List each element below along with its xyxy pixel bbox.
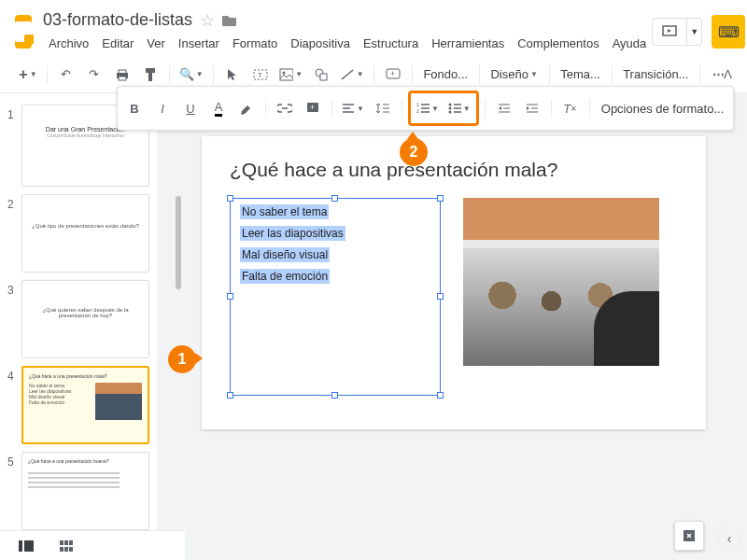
resize-handle[interactable]	[331, 392, 338, 399]
menu-view[interactable]: Ver	[141, 33, 171, 54]
bulleted-list-button[interactable]: ▼	[444, 95, 474, 121]
svg-rect-46	[64, 547, 68, 552]
redo-button[interactable]: ↷	[81, 62, 107, 88]
zoom-button[interactable]: 🔍▼	[176, 62, 207, 88]
svg-rect-44	[69, 540, 73, 545]
undo-button[interactable]: ↶	[53, 62, 79, 88]
numbered-list-button[interactable]: 12▼	[413, 95, 443, 121]
comment-button[interactable]: +	[380, 62, 406, 88]
list-item[interactable]: No saber el tema	[240, 204, 329, 219]
svg-rect-8	[280, 69, 293, 80]
paint-format-button[interactable]	[137, 62, 163, 88]
line-tool[interactable]: ▼	[336, 62, 368, 88]
keyboard-icon[interactable]: ⌨	[712, 15, 745, 49]
svg-point-29	[448, 107, 451, 110]
add-comment-button[interactable]: +	[300, 95, 326, 121]
menu-format[interactable]: Formato	[227, 33, 283, 54]
menu-tools[interactable]: Herramientas	[426, 33, 510, 54]
slide-panel[interactable]: 1 Dar una Gran Presentación CustomGuide …	[0, 93, 185, 560]
slide-thumb-2[interactable]: 2 ¿Qué tipo de presentaciones estás dand…	[0, 190, 157, 276]
background-button[interactable]: Fondo...	[418, 62, 473, 88]
text-content[interactable]: No saber el tema Leer las diapositivas M…	[240, 204, 430, 290]
present-button[interactable]	[652, 18, 687, 46]
print-button[interactable]	[109, 62, 135, 88]
document-title[interactable]: 03-formato-de-listas	[43, 10, 192, 30]
select-tool[interactable]	[219, 62, 246, 88]
list-item[interactable]: Leer las diapositivas	[240, 226, 345, 241]
increase-indent-button[interactable]	[519, 95, 545, 121]
resize-handle[interactable]	[331, 195, 338, 202]
menu-help[interactable]: Ayuda	[607, 33, 653, 54]
svg-rect-42	[60, 540, 63, 545]
svg-text:1: 1	[416, 103, 419, 107]
svg-rect-41	[24, 540, 34, 552]
textbox-tool[interactable]: T	[247, 62, 274, 88]
list-item[interactable]: Mal diseño visual	[240, 247, 330, 262]
link-button[interactable]	[272, 95, 298, 121]
svg-rect-5	[148, 73, 152, 81]
svg-point-30	[448, 111, 451, 114]
thumb-text: ¿Qué tipo de presentaciones estás dando?	[28, 223, 143, 229]
resize-handle[interactable]	[227, 293, 233, 300]
transition-button[interactable]: Transición...	[618, 62, 694, 88]
svg-rect-43	[64, 540, 68, 545]
shape-tool[interactable]	[308, 62, 334, 88]
text-color-button[interactable]: A	[205, 95, 232, 121]
resize-handle[interactable]	[227, 392, 233, 399]
menu-addons[interactable]: Complementos	[512, 33, 604, 54]
resize-handle[interactable]	[437, 195, 444, 202]
resize-handle[interactable]	[437, 293, 444, 300]
thumb-text: ¿Qué quieres saber después de la present…	[28, 307, 143, 318]
doc-title-row: 03-formato-de-listas ☆	[43, 10, 652, 31]
main-area: 1 Dar una Gran Presentación CustomGuide …	[0, 93, 747, 560]
resize-handle[interactable]	[227, 195, 233, 202]
resize-handle[interactable]	[437, 392, 444, 399]
filmstrip-view-icon[interactable]	[19, 540, 34, 552]
format-options-button[interactable]: Opciones de formato...	[596, 95, 730, 121]
explore-button[interactable]	[674, 521, 704, 551]
present-dropdown[interactable]: ▼	[687, 18, 702, 46]
highlight-button[interactable]	[233, 95, 260, 121]
italic-button[interactable]: I	[149, 95, 176, 121]
image-tool[interactable]: ▼	[275, 62, 307, 88]
svg-rect-4	[146, 68, 155, 73]
scroll-left-icon[interactable]: ‹	[717, 526, 741, 551]
list-item[interactable]: Falta de emoción	[240, 269, 330, 284]
line-spacing-button[interactable]	[370, 95, 396, 121]
star-icon[interactable]: ☆	[200, 10, 215, 31]
thumb-image-icon	[95, 383, 142, 420]
menu-slide[interactable]: Diapositiva	[285, 33, 356, 54]
menu-arrange[interactable]: Estructura	[358, 33, 424, 54]
menu-file[interactable]: Archivo	[43, 33, 94, 54]
svg-text:+: +	[310, 103, 315, 112]
slide-title[interactable]: ¿Qué hace a una presentación mala?	[230, 159, 678, 181]
theme-button[interactable]: Tema...	[556, 62, 606, 88]
layout-button[interactable]: Diseño▼	[486, 62, 543, 88]
underline-button[interactable]: U	[177, 95, 204, 121]
menu-insert[interactable]: Insertar	[173, 33, 225, 54]
grid-view-icon[interactable]	[60, 540, 73, 552]
svg-rect-45	[60, 547, 63, 552]
slide-canvas[interactable]: ¿Qué hace a una presentación mala? No sa…	[202, 136, 706, 429]
svg-text:+: +	[390, 69, 395, 78]
new-slide-button[interactable]: +▼	[15, 62, 41, 88]
bold-button[interactable]: B	[121, 95, 148, 121]
app-logo-icon[interactable]	[15, 15, 32, 49]
slide-image[interactable]	[463, 198, 659, 366]
svg-text:T: T	[258, 71, 262, 79]
folder-icon[interactable]	[222, 14, 237, 27]
slide-thumb-4[interactable]: 4 ¿Qué hace a una presentación mala? No …	[0, 362, 157, 448]
decrease-indent-button[interactable]	[491, 95, 517, 121]
align-button[interactable]: ▼	[338, 95, 368, 121]
text-format-toolbar: B I U A + ▼ 12▼ ▼ T✕ Opciones de formato…	[117, 86, 734, 131]
menu-edit[interactable]: Editar	[96, 33, 139, 54]
clear-format-button[interactable]: T✕	[557, 95, 584, 121]
thumb-title: ¿Qué hace a una presentación mala?	[29, 373, 142, 379]
selected-text-box[interactable]: No saber el tema Leer las diapositivas M…	[230, 198, 441, 396]
callout-1: 1	[168, 345, 196, 373]
sidebar-scrollbar[interactable]	[176, 196, 181, 289]
slide-thumb-5[interactable]: 5 ¿Qué hace a una presentación buena?	[0, 448, 157, 534]
collapse-toolbar-icon[interactable]: ᐱ	[724, 67, 732, 81]
slide-thumb-3[interactable]: 3 ¿Qué quieres saber después de la prese…	[0, 276, 157, 362]
canvas-area[interactable]: ¿Qué hace a una presentación mala? No sa…	[185, 93, 747, 560]
